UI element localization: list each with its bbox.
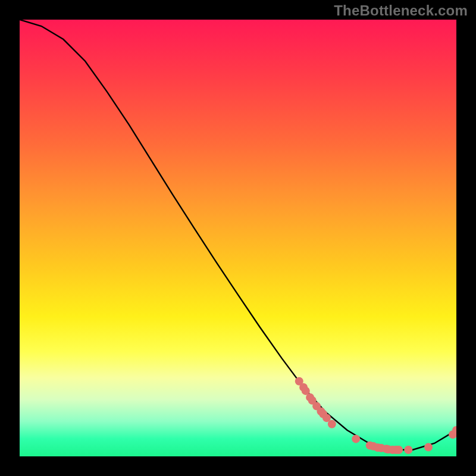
chart-frame: TheBottleneck.com (0, 0, 476, 476)
data-marker (394, 446, 403, 454)
data-marker (328, 420, 336, 428)
data-marker (424, 443, 433, 452)
data-marker (404, 446, 412, 454)
bottleneck-curve (20, 20, 456, 450)
plot-area (20, 20, 456, 456)
watermark-label: TheBottleneck.com (334, 2, 468, 19)
data-marker (352, 435, 360, 443)
data-markers (295, 377, 456, 454)
chart-overlay (20, 20, 456, 456)
